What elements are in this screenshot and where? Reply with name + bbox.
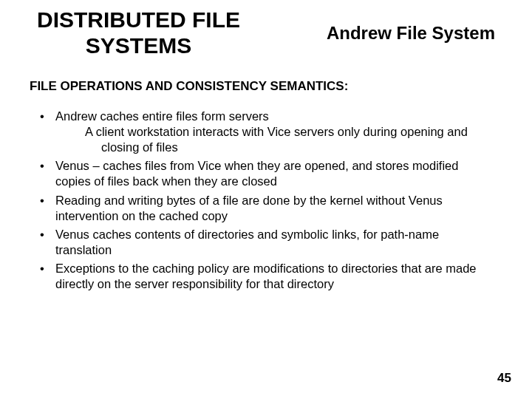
slide: DISTRIBUTED FILE SYSTEMS Andrew File Sys… xyxy=(0,0,532,399)
bullet-text: Venus – caches files from Vice when they… xyxy=(55,159,458,188)
title-line-1: DISTRIBUTED FILE xyxy=(37,7,240,32)
title-line-2: SYSTEMS xyxy=(86,33,191,58)
list-item: Exceptions to the caching policy are mod… xyxy=(37,261,495,292)
subtitle: Andrew File System xyxy=(327,23,495,44)
page-number: 45 xyxy=(497,371,511,386)
list-item: Venus – caches files from Vice when they… xyxy=(37,158,495,189)
bullet-text: Exceptions to the caching policy are mod… xyxy=(55,262,477,290)
list-item: Reading and writing bytes of a file are … xyxy=(37,193,495,224)
bullet-text: Venus caches contents of directories and… xyxy=(55,228,439,256)
bullet-sub-text: A client workstation interacts with Vice… xyxy=(55,124,495,140)
bullet-sub-text-cont: closing of files xyxy=(55,140,495,155)
list-item: Andrew caches entire files form servers … xyxy=(37,109,495,155)
main-title: DISTRIBUTED FILE SYSTEMS xyxy=(37,7,240,58)
section-heading: FILE OPERATIONS AND CONSISTENCY SEMANTIC… xyxy=(0,58,532,94)
bullet-text: Andrew caches entire files form servers xyxy=(55,109,269,123)
list-item: Venus caches contents of directories and… xyxy=(37,227,495,258)
header: DISTRIBUTED FILE SYSTEMS Andrew File Sys… xyxy=(0,0,532,58)
bullet-text: Reading and writing bytes of a file are … xyxy=(55,194,443,222)
bullet-list: Andrew caches entire files form servers … xyxy=(0,109,532,292)
